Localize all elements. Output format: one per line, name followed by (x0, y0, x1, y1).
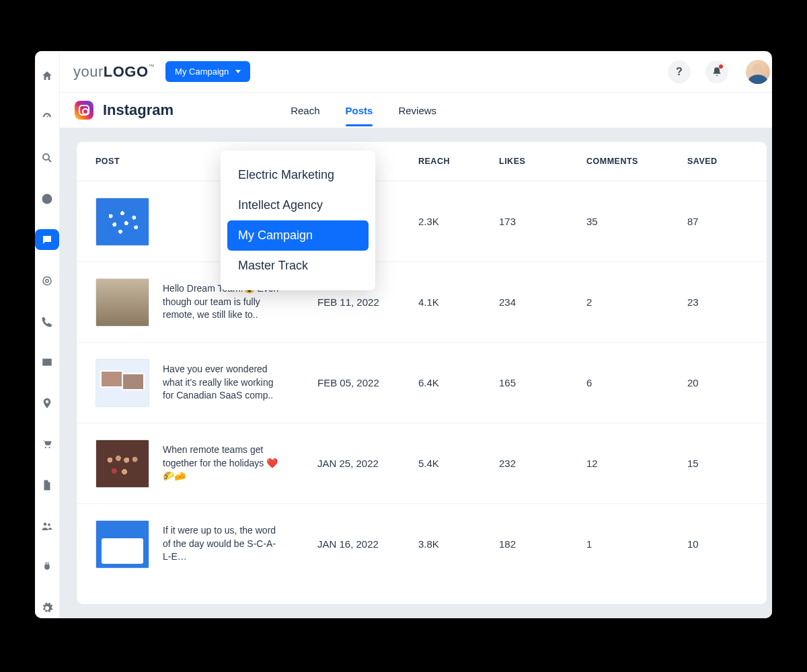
sidebar-item-dashboard[interactable] (35, 107, 59, 128)
sidebar-item-cart[interactable] (35, 434, 59, 455)
header-saved: SAVED (687, 157, 748, 166)
cell-reach: 5.4K (418, 458, 499, 469)
cell-comments: 1 (586, 538, 687, 550)
cell-reach: 4.1K (418, 296, 499, 308)
logo-prefix: your (73, 63, 104, 80)
svg-point-4 (48, 523, 50, 526)
table-header: POST E REACH LIKES COMMENTS SAVED (77, 142, 767, 181)
svg-point-0 (43, 154, 49, 160)
sidebar-item-file[interactable] (35, 475, 59, 496)
content-area: POST E REACH LIKES COMMENTS SAVED 11, 20… (60, 128, 772, 618)
sidebar-item-settings[interactable] (35, 597, 59, 618)
instagram-icon (75, 101, 93, 120)
table-row[interactable]: If it were up to us, the word of the day… (77, 503, 767, 584)
header-reach: REACH (418, 157, 499, 166)
header-comments: COMMENTS (586, 157, 687, 166)
notification-dot-icon (719, 65, 723, 69)
sidebar (35, 51, 60, 618)
chevron-down-icon (235, 70, 241, 73)
logo-tm: ™ (149, 63, 155, 70)
dropdown-item-electric-marketing[interactable]: Electric Marketing (227, 160, 369, 190)
post-thumbnail (95, 439, 149, 488)
cell-date: FEB 11, 2022 (317, 296, 418, 308)
cell-comments: 6 (586, 377, 687, 388)
tab-reach[interactable]: Reach (291, 95, 319, 126)
post-caption: Have you ever wondered what it's really … (163, 363, 284, 403)
post-cell: If it were up to us, the word of the day… (95, 520, 317, 569)
logo: yourLOGO™ (73, 63, 155, 81)
help-button[interactable]: ? (668, 60, 691, 83)
cell-likes: 232 (499, 458, 586, 469)
cell-saved: 10 (687, 538, 748, 550)
post-caption: When remote teams get together for the h… (163, 444, 284, 483)
cell-likes: 234 (499, 296, 586, 308)
table-row[interactable]: When remote teams get together for the h… (77, 423, 767, 503)
svg-point-1 (43, 277, 51, 285)
post-thumbnail (95, 198, 149, 246)
svg-point-2 (46, 279, 49, 282)
main-content: yourLOGO™ My Campaign ? Instagram Reach … (60, 51, 772, 618)
app-frame: yourLOGO™ My Campaign ? Instagram Reach … (35, 51, 772, 618)
campaign-selector-button[interactable]: My Campaign (165, 61, 250, 82)
sidebar-item-analytics[interactable] (35, 189, 59, 210)
tabs: Reach Posts Reviews (250, 95, 436, 126)
subheader: Instagram Reach Posts Reviews (60, 93, 772, 128)
cell-saved: 23 (687, 296, 748, 308)
sidebar-item-home[interactable] (35, 66, 59, 87)
cell-date: FEB 05, 2022 (317, 377, 418, 388)
topbar: yourLOGO™ My Campaign ? (60, 51, 772, 93)
table-row[interactable]: Have you ever wondered what it's really … (77, 342, 767, 423)
dropdown-item-intellect-agency[interactable]: Intellect Agency (227, 190, 369, 220)
post-cell: Have you ever wondered what it's really … (95, 359, 317, 407)
cell-saved: 15 (687, 458, 748, 469)
cell-comments: 35 (586, 216, 687, 227)
header-likes: LIKES (499, 157, 586, 166)
cell-comments: 12 (586, 458, 687, 469)
tab-reviews[interactable]: Reviews (398, 95, 436, 126)
cell-comments: 2 (586, 296, 687, 308)
dropdown-item-master-track[interactable]: Master Track (227, 251, 369, 281)
sidebar-item-search[interactable] (35, 148, 59, 169)
cell-likes: 165 (499, 377, 586, 388)
post-thumbnail (95, 359, 149, 407)
posts-table-card: POST E REACH LIKES COMMENTS SAVED 11, 20… (76, 141, 767, 605)
sidebar-item-phone[interactable] (35, 311, 59, 332)
cell-reach: 6.4K (418, 377, 499, 388)
user-avatar[interactable] (746, 60, 770, 84)
cell-reach: 2.3K (418, 216, 499, 227)
sidebar-item-target[interactable] (35, 270, 59, 291)
sidebar-item-chat[interactable] (35, 229, 59, 250)
cell-saved: 20 (687, 377, 748, 388)
sidebar-item-users[interactable] (35, 515, 59, 536)
page-title: Instagram (103, 101, 174, 119)
cell-saved: 87 (687, 216, 748, 227)
cell-date: JAN 16, 2022 (317, 538, 418, 550)
sidebar-item-plug[interactable] (35, 556, 59, 577)
cell-date: JAN 25, 2022 (317, 458, 418, 469)
campaign-selector-label: My Campaign (175, 67, 229, 77)
notifications-button[interactable] (705, 60, 728, 83)
sidebar-item-location[interactable] (35, 393, 59, 414)
logo-bold: LOGO (104, 63, 149, 80)
svg-point-3 (44, 523, 47, 526)
cell-reach: 3.8K (418, 538, 499, 550)
post-cell: When remote teams get together for the h… (95, 439, 317, 488)
help-icon: ? (676, 66, 683, 78)
cell-likes: 182 (499, 538, 586, 550)
tab-posts[interactable]: Posts (346, 95, 373, 126)
table-row[interactable]: Hello Dream Team!😍 Even though our team … (77, 261, 767, 342)
campaign-dropdown: Electric Marketing Intellect Agency My C… (221, 151, 375, 290)
sidebar-item-mail[interactable] (35, 352, 59, 373)
table-row[interactable]: 11, 2022 2.3K 173 35 87 (77, 181, 767, 261)
cell-likes: 173 (499, 216, 586, 227)
post-thumbnail (95, 278, 149, 327)
post-caption: If it were up to us, the word of the day… (163, 524, 284, 564)
post-thumbnail (95, 520, 149, 569)
dropdown-item-my-campaign[interactable]: My Campaign (227, 220, 369, 251)
